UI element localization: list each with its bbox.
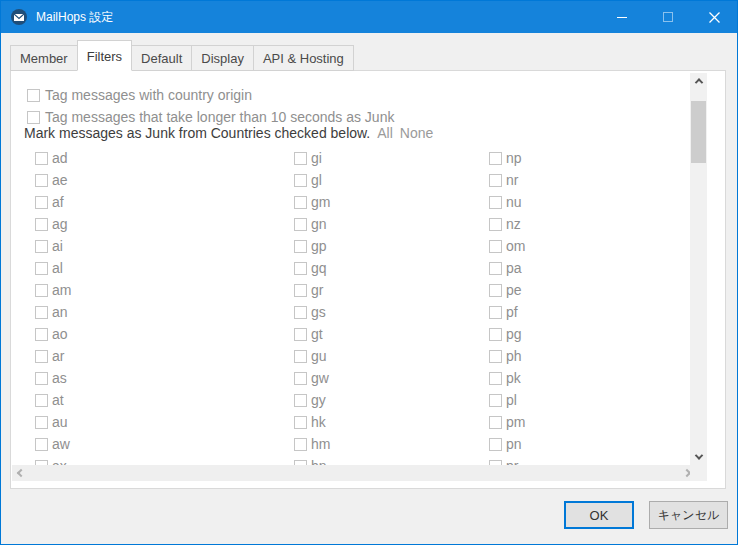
country-label[interactable]: pa: [506, 260, 522, 276]
country-label[interactable]: ai: [52, 238, 63, 254]
country-checkbox-am[interactable]: [35, 284, 48, 297]
country-checkbox-nu[interactable]: [489, 196, 502, 209]
country-label[interactable]: pk: [506, 370, 521, 386]
country-label[interactable]: gu: [311, 348, 327, 364]
country-label[interactable]: gw: [311, 370, 329, 386]
country-checkbox-gq[interactable]: [294, 262, 307, 275]
country-checkbox-pm[interactable]: [489, 416, 502, 429]
country-label[interactable]: np: [506, 150, 522, 166]
country-checkbox-gm[interactable]: [294, 196, 307, 209]
tab-member[interactable]: Member: [10, 45, 78, 71]
country-label[interactable]: hm: [311, 436, 330, 452]
country-checkbox-at[interactable]: [35, 394, 48, 407]
country-checkbox-gl[interactable]: [294, 174, 307, 187]
country-label[interactable]: gq: [311, 260, 327, 276]
country-checkbox-np[interactable]: [489, 152, 502, 165]
country-label[interactable]: gr: [311, 282, 323, 298]
country-label[interactable]: gm: [311, 194, 330, 210]
country-checkbox-pk[interactable]: [489, 372, 502, 385]
country-label[interactable]: at: [52, 392, 64, 408]
tab-display[interactable]: Display: [191, 45, 254, 71]
country-label[interactable]: gt: [311, 326, 323, 342]
country-label[interactable]: gs: [311, 304, 326, 320]
country-checkbox-nr[interactable]: [489, 174, 502, 187]
country-label[interactable]: pn: [506, 436, 522, 452]
cancel-button[interactable]: キャンセル: [649, 501, 728, 529]
country-label[interactable]: pe: [506, 282, 522, 298]
country-checkbox-hm[interactable]: [294, 438, 307, 451]
country-label[interactable]: ae: [52, 172, 68, 188]
country-checkbox-ar[interactable]: [35, 350, 48, 363]
country-checkbox-nz[interactable]: [489, 218, 502, 231]
country-checkbox-pa[interactable]: [489, 262, 502, 275]
country-label[interactable]: ar: [52, 348, 64, 364]
country-label[interactable]: ph: [506, 348, 522, 364]
country-checkbox-ae[interactable]: [35, 174, 48, 187]
country-checkbox-ad[interactable]: [35, 152, 48, 165]
tab-api-hosting[interactable]: API & Hosting: [253, 45, 354, 71]
checkbox-tag-country-origin[interactable]: [27, 89, 40, 102]
country-checkbox-gy[interactable]: [294, 394, 307, 407]
select-all-link[interactable]: All: [377, 125, 393, 141]
country-label[interactable]: hk: [311, 414, 326, 430]
scroll-down-button[interactable]: [690, 449, 707, 465]
tab-filters[interactable]: Filters: [77, 40, 132, 71]
country-label[interactable]: gp: [311, 238, 327, 254]
country-label[interactable]: nu: [506, 194, 522, 210]
country-checkbox-al[interactable]: [35, 262, 48, 275]
country-checkbox-pg[interactable]: [489, 328, 502, 341]
country-label[interactable]: pm: [506, 414, 525, 430]
ok-button[interactable]: OK: [564, 501, 634, 529]
close-button[interactable]: [691, 1, 737, 33]
country-checkbox-gs[interactable]: [294, 306, 307, 319]
country-checkbox-as[interactable]: [35, 372, 48, 385]
country-checkbox-ph[interactable]: [489, 350, 502, 363]
country-label[interactable]: gi: [311, 150, 322, 166]
country-label[interactable]: af: [52, 194, 64, 210]
country-checkbox-gi[interactable]: [294, 152, 307, 165]
country-checkbox-hk[interactable]: [294, 416, 307, 429]
country-label[interactable]: ao: [52, 326, 68, 342]
country-label[interactable]: ag: [52, 216, 68, 232]
country-label[interactable]: pg: [506, 326, 522, 342]
country-label[interactable]: as: [52, 370, 67, 386]
country-label[interactable]: gy: [311, 392, 326, 408]
country-checkbox-an[interactable]: [35, 306, 48, 319]
country-checkbox-pf[interactable]: [489, 306, 502, 319]
country-checkbox-gr[interactable]: [294, 284, 307, 297]
country-checkbox-gu[interactable]: [294, 350, 307, 363]
select-none-link[interactable]: None: [400, 125, 433, 141]
vertical-scrollbar[interactable]: [690, 73, 707, 465]
country-label[interactable]: pl: [506, 392, 517, 408]
country-checkbox-gp[interactable]: [294, 240, 307, 253]
country-label[interactable]: pf: [506, 304, 518, 320]
scroll-left-button[interactable]: [12, 465, 30, 481]
country-label[interactable]: om: [506, 238, 525, 254]
option-tag-country-origin[interactable]: Tag messages with country origin: [27, 84, 252, 106]
country-label[interactable]: al: [52, 260, 63, 276]
minimize-button[interactable]: [599, 1, 645, 33]
country-checkbox-ag[interactable]: [35, 218, 48, 231]
tab-default[interactable]: Default: [131, 45, 192, 71]
country-checkbox-pl[interactable]: [489, 394, 502, 407]
country-label[interactable]: nz: [506, 216, 521, 232]
country-checkbox-pn[interactable]: [489, 438, 502, 451]
country-checkbox-gt[interactable]: [294, 328, 307, 341]
maximize-button[interactable]: [645, 1, 691, 33]
country-label[interactable]: au: [52, 414, 68, 430]
country-checkbox-pe[interactable]: [489, 284, 502, 297]
country-label[interactable]: nr: [506, 172, 518, 188]
country-label[interactable]: ad: [52, 150, 68, 166]
country-label[interactable]: an: [52, 304, 68, 320]
country-checkbox-gn[interactable]: [294, 218, 307, 231]
vertical-scroll-thumb[interactable]: [691, 101, 706, 163]
country-checkbox-gw[interactable]: [294, 372, 307, 385]
country-checkbox-au[interactable]: [35, 416, 48, 429]
country-label[interactable]: gl: [311, 172, 322, 188]
country-checkbox-af[interactable]: [35, 196, 48, 209]
country-checkbox-aw[interactable]: [35, 438, 48, 451]
country-label[interactable]: am: [52, 282, 71, 298]
country-label[interactable]: aw: [52, 436, 70, 452]
country-checkbox-om[interactable]: [489, 240, 502, 253]
scroll-up-button[interactable]: [690, 73, 707, 89]
